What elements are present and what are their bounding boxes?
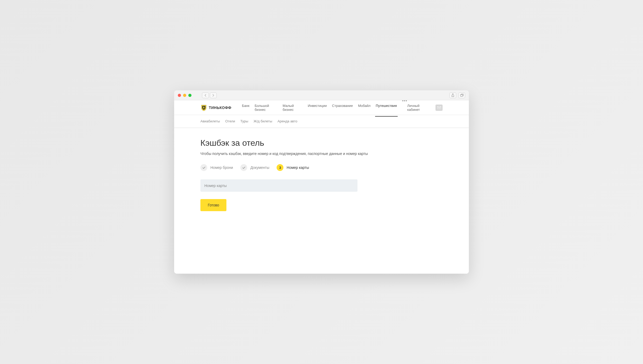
browser-window: ТИНЬКОФФ Банк Большой бизнес Малый бизне… xyxy=(174,90,469,274)
step-card-number: 3 Номер карты xyxy=(277,164,309,171)
step-2-check-icon xyxy=(240,164,247,171)
brand-name: ТИНЬКОФФ xyxy=(209,106,231,110)
nav-investments[interactable]: Инвестиции xyxy=(308,99,327,117)
page-title: Кэшбэк за отель xyxy=(200,138,443,148)
nav-mobile[interactable]: Мобайл xyxy=(358,99,370,117)
share-icon xyxy=(451,93,454,97)
card-input-field xyxy=(200,179,357,192)
subnav-car-rental[interactable]: Аренда авто xyxy=(277,119,297,123)
main-header: ТИНЬКОФФ Банк Большой бизнес Малый бизне… xyxy=(174,100,469,115)
nav-bank[interactable]: Банк xyxy=(242,99,250,117)
nav-big-business[interactable]: Большой бизнес xyxy=(255,99,277,117)
window-close-button[interactable] xyxy=(178,94,181,97)
back-button[interactable] xyxy=(202,92,209,98)
browser-toolbar-right xyxy=(449,92,465,98)
mail-icon xyxy=(437,106,441,109)
step-2-label: Документы xyxy=(250,165,269,170)
sub-nav: Авиабилеты Отели Туры Ж/д билеты Аренда … xyxy=(174,115,469,128)
step-1-label: Номер брони xyxy=(210,165,233,170)
tabs-icon xyxy=(460,94,464,97)
svg-rect-1 xyxy=(203,107,204,108)
tabs-button[interactable] xyxy=(458,92,465,98)
step-1-check-icon xyxy=(200,164,207,171)
page-content: ТИНЬКОФФ Банк Большой бизнес Малый бизне… xyxy=(174,100,469,274)
chevron-right-icon xyxy=(212,94,214,97)
subnav-rail[interactable]: Ж/д билеты xyxy=(253,119,272,123)
chevron-left-icon xyxy=(204,94,206,97)
share-button[interactable] xyxy=(449,92,456,98)
subnav-flights[interactable]: Авиабилеты xyxy=(200,119,220,123)
card-number-input[interactable] xyxy=(200,179,357,192)
subnav-tours[interactable]: Туры xyxy=(240,119,248,123)
nav-small-business[interactable]: Малый бизнес xyxy=(283,99,303,117)
brand-logo[interactable]: ТИНЬКОФФ xyxy=(200,104,231,111)
main-nav: Банк Большой бизнес Малый бизнес Инвести… xyxy=(242,99,407,117)
step-booking-number: Номер брони xyxy=(200,164,233,171)
window-maximize-button[interactable] xyxy=(188,94,191,97)
stepper: Номер брони Документы 3 Номер карты xyxy=(200,164,443,171)
personal-account-link[interactable]: Личный кабинет xyxy=(407,104,432,112)
header-right: Личный кабинет xyxy=(407,104,443,112)
step-3-number: 3 xyxy=(277,164,283,171)
nav-more-icon[interactable]: ••• xyxy=(402,99,407,117)
svg-rect-2 xyxy=(437,106,441,109)
submit-button[interactable]: Готово xyxy=(200,199,226,211)
step-documents: Документы xyxy=(240,164,269,171)
page-description: Чтобы получить кэшбэк, введите номер и к… xyxy=(200,152,443,156)
subnav-hotels[interactable]: Отели xyxy=(225,119,235,123)
browser-nav-arrows xyxy=(202,92,217,98)
step-3-label: Номер карты xyxy=(287,165,309,170)
nav-insurance[interactable]: Страхование xyxy=(332,99,353,117)
traffic-lights xyxy=(178,94,191,97)
window-minimize-button[interactable] xyxy=(183,94,186,97)
mail-button[interactable] xyxy=(435,105,443,111)
content-area: Кэшбэк за отель Чтобы получить кэшбэк, в… xyxy=(174,128,469,232)
nav-travel[interactable]: Путешествия xyxy=(376,99,397,117)
logo-shield-icon xyxy=(200,104,207,111)
svg-rect-0 xyxy=(460,95,463,96)
forward-button[interactable] xyxy=(210,92,217,98)
